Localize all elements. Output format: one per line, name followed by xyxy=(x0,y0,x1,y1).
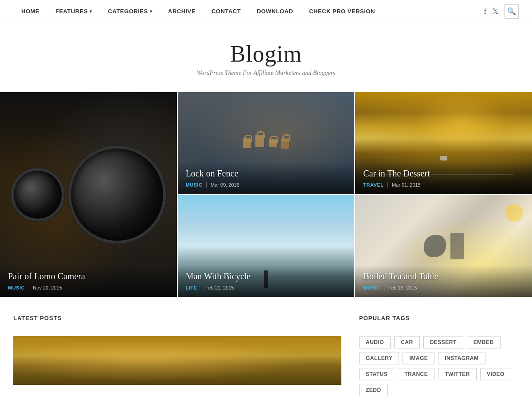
post-category[interactable]: TRAVEL xyxy=(363,182,383,188)
post-date: Feb 19, 2015 xyxy=(388,285,417,290)
post-meta: MUSIC | Mar 09, 2015 xyxy=(186,181,347,188)
cup-shape xyxy=(450,233,464,259)
post-category[interactable]: MUSIC xyxy=(186,182,203,188)
post-meta: MUSIC | Feb 19, 2015 xyxy=(363,284,524,291)
post-title: Lock on Fence xyxy=(186,168,347,179)
post-overlay: Pair of Lomo Camera MUSIC | Nov 20, 2015 xyxy=(0,265,177,297)
main-nav: HOME FEATURES ▾ CATEGORIES ▾ ARCHIVE CON… xyxy=(0,0,532,23)
latest-posts-section: LATEST POSTS xyxy=(13,315,359,396)
popular-tags-title: POPULAR TAGS xyxy=(359,315,519,327)
site-header: Blogim WordPress Theme For Affiliate Mar… xyxy=(0,23,532,92)
twitter-icon[interactable]: 𝕏 xyxy=(493,7,498,16)
hero-post-car[interactable]: Car in The Dessert TRAVEL | Mar 01, 2015 xyxy=(355,92,532,194)
tag-dessert[interactable]: DESSERT xyxy=(423,336,463,348)
latest-posts-title: LATEST POSTS xyxy=(13,315,341,327)
tags-grid: AUDIO CAR DESSERT EMBED GALLERY IMAGE IN… xyxy=(359,336,519,396)
nav-archive[interactable]: ARCHIVE xyxy=(160,0,203,23)
post-category[interactable]: LIFE xyxy=(186,285,197,290)
nav-features[interactable]: FEATURES ▾ xyxy=(47,0,100,23)
tag-gallery[interactable]: GALLERY xyxy=(359,352,399,364)
post-title: Man With Bicycle xyxy=(186,271,347,282)
chevron-down-icon: ▾ xyxy=(90,9,92,14)
nav-contact[interactable]: CONTACT xyxy=(203,0,249,23)
post-date: Feb 21, 2015 xyxy=(205,285,234,290)
lock-2 xyxy=(255,135,264,147)
nav-links: HOME FEATURES ▾ CATEGORIES ▾ ARCHIVE CON… xyxy=(13,0,383,23)
flower-shape xyxy=(505,204,523,222)
post-category[interactable]: MUSIC xyxy=(8,285,25,290)
post-date: Mar 01, 2015 xyxy=(392,182,421,188)
post-meta: LIFE | Feb 21, 2015 xyxy=(186,284,347,291)
separator: | xyxy=(383,284,384,291)
tag-trance[interactable]: TRANCE xyxy=(398,368,434,380)
tag-zedd[interactable]: ZEDD xyxy=(359,384,388,396)
car-shape xyxy=(440,156,447,160)
separator: | xyxy=(206,181,207,188)
post-date: Mar 09, 2015 xyxy=(211,182,239,188)
tag-embed[interactable]: EMBED xyxy=(467,336,501,348)
chevron-down-icon: ▾ xyxy=(150,9,153,14)
site-title: Blogim xyxy=(0,41,532,67)
search-button[interactable]: 🔍 xyxy=(505,4,519,19)
post-title: Boiled Tea and Table xyxy=(363,271,524,282)
post-overlay: Lock on Fence MUSIC | Mar 09, 2015 xyxy=(178,162,355,194)
nav-download[interactable]: DOWNLOAD xyxy=(249,0,301,23)
tag-car[interactable]: CAR xyxy=(394,336,420,348)
site-subtitle: WordPress Theme For Affiliate Marketers … xyxy=(0,70,532,77)
latest-post-thumbnail[interactable] xyxy=(13,336,341,385)
lens-large xyxy=(68,146,166,243)
post-category[interactable]: MUSIC xyxy=(363,285,380,290)
post-overlay: Boiled Tea and Table MUSIC | Feb 19, 201… xyxy=(355,265,532,297)
tag-instagram[interactable]: INSTAGRAM xyxy=(438,352,485,364)
separator: | xyxy=(201,284,202,291)
teapot-shape xyxy=(424,235,446,257)
tag-audio[interactable]: AUDIO xyxy=(359,336,391,348)
hero-grid: Pair of Lomo Camera MUSIC | Nov 20, 2015… xyxy=(0,92,532,297)
tag-twitter[interactable]: TWITTER xyxy=(438,368,477,380)
tag-image[interactable]: IMAGE xyxy=(403,352,434,364)
search-icon: 🔍 xyxy=(507,7,516,16)
popular-tags-section: POPULAR TAGS AUDIO CAR DESSERT EMBED GAL… xyxy=(359,315,519,396)
nav-social: f 𝕏 🔍 xyxy=(484,4,519,19)
nav-home[interactable]: HOME xyxy=(13,0,47,23)
hero-post-tea[interactable]: Boiled Tea and Table MUSIC | Feb 19, 201… xyxy=(355,195,532,297)
tag-video[interactable]: VIDEO xyxy=(480,368,511,380)
lock-3 xyxy=(269,139,277,147)
post-title: Pair of Lomo Camera xyxy=(8,271,169,282)
facebook-icon[interactable]: f xyxy=(484,8,486,16)
lock-4 xyxy=(281,138,289,149)
post-date: Nov 20, 2015 xyxy=(33,285,62,290)
separator: | xyxy=(387,181,388,188)
tag-status[interactable]: STATUS xyxy=(359,368,394,380)
hero-post-camera[interactable]: Pair of Lomo Camera MUSIC | Nov 20, 2015 xyxy=(0,92,177,297)
separator: | xyxy=(28,284,29,291)
below-hero: LATEST POSTS POPULAR TAGS AUDIO CAR DESS… xyxy=(0,297,532,399)
post-overlay: Car in The Dessert TRAVEL | Mar 01, 2015 xyxy=(355,162,532,194)
nav-pro[interactable]: CHECK PRO VERSION xyxy=(301,0,383,23)
post-meta: TRAVEL | Mar 01, 2015 xyxy=(363,181,524,188)
post-overlay: Man With Bicycle LIFE | Feb 21, 2015 xyxy=(178,265,355,297)
nav-categories[interactable]: CATEGORIES ▾ xyxy=(100,0,160,23)
hero-post-lock[interactable]: Lock on Fence MUSIC | Mar 09, 2015 xyxy=(178,92,355,194)
lens-small xyxy=(11,168,64,221)
post-meta: MUSIC | Nov 20, 2015 xyxy=(8,284,169,291)
hero-post-bicycle[interactable]: Man With Bicycle LIFE | Feb 21, 2015 xyxy=(178,195,355,297)
lock-1 xyxy=(243,138,251,148)
post-title: Car in The Dessert xyxy=(363,168,524,179)
